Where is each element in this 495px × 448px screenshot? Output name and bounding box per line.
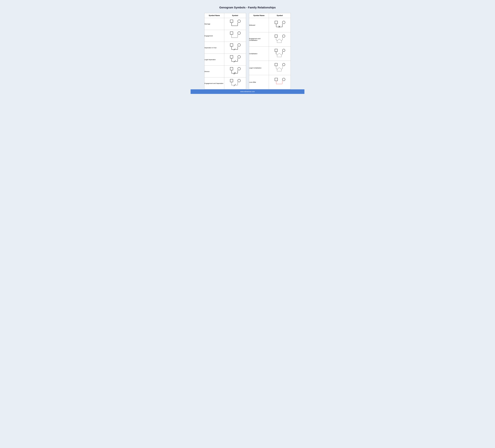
row-name-engagement-separation: Engagement and Seperation [205, 77, 224, 89]
footer-bar: www.edrawmax.com [191, 89, 304, 94]
svg-rect-29 [230, 79, 233, 82]
tables-row: Symbol Name Symbol Marriage [191, 13, 304, 89]
table-row: Cohabitation [249, 47, 291, 61]
row-name-love-affair: Love Affair [249, 75, 269, 89]
right-col1-header: Symbol Name [249, 13, 269, 18]
svg-line-52 [276, 54, 277, 55]
svg-rect-35 [275, 21, 278, 24]
table-row: Love Affair [249, 75, 291, 89]
svg-line-53 [281, 54, 282, 55]
svg-rect-54 [275, 63, 277, 66]
svg-point-61 [282, 78, 285, 81]
svg-line-59 [281, 68, 282, 69]
symbol-legal-cohabitation [269, 61, 291, 75]
symbol-marriage [224, 18, 246, 30]
symbol-separation-fact [224, 42, 246, 54]
row-name-divorce: Divorce [205, 66, 224, 77]
svg-line-58 [276, 68, 277, 69]
svg-rect-48 [275, 49, 277, 52]
left-col1-header: Symbol Name [205, 13, 224, 18]
table-row: Legal Seperation [205, 54, 246, 66]
row-name-engagement: Engagement [205, 30, 224, 42]
right-table: Symbol Name Symbol Widowed [249, 13, 291, 89]
symbol-widowed [269, 18, 291, 32]
svg-point-36 [282, 21, 285, 24]
row-name-engagement-cohabitation: Engagement and Cohabitation [249, 32, 269, 47]
row-name-legal-cohabitation: Legal Cohabitation [249, 61, 269, 75]
svg-rect-0 [230, 20, 233, 23]
svg-rect-22 [230, 67, 233, 70]
row-name-cohabitation: Cohabitation [249, 47, 269, 61]
svg-point-49 [282, 49, 285, 52]
left-col2-header: Symbol [224, 13, 246, 18]
row-name-marriage: Marriage [205, 18, 224, 30]
svg-point-11 [238, 43, 240, 46]
svg-line-47 [281, 40, 282, 41]
svg-point-30 [238, 79, 240, 82]
table-row: Widowed [249, 18, 291, 32]
row-name-widowed: Widowed [249, 18, 269, 32]
svg-rect-60 [275, 78, 278, 81]
svg-line-46 [276, 40, 277, 41]
svg-point-43 [282, 35, 285, 37]
svg-rect-42 [275, 35, 277, 37]
svg-point-1 [238, 20, 240, 23]
left-table: Symbol Name Symbol Marriage [204, 13, 246, 89]
svg-point-23 [238, 67, 240, 70]
svg-rect-5 [230, 32, 233, 34]
symbol-love-affair [269, 75, 291, 89]
table-row: Seperation in Fact [205, 42, 246, 54]
table-row: Engagement and Seperation [205, 77, 246, 89]
svg-line-15 [234, 49, 235, 50]
row-name-separation-fact: Seperation in Fact [205, 42, 224, 54]
symbol-cohabitation [269, 47, 291, 61]
svg-rect-16 [230, 56, 233, 58]
table-row: Engagement [205, 30, 246, 42]
table-row: Legal Cohabitation [249, 61, 291, 75]
svg-rect-10 [230, 43, 233, 46]
right-col2-header: Symbol [269, 13, 291, 18]
page-title: Genogram Symbols - Family Relationships [219, 6, 276, 9]
svg-point-17 [238, 56, 240, 58]
svg-point-55 [282, 63, 285, 66]
svg-point-6 [238, 32, 240, 34]
footer-text: www.edrawmax.com [240, 91, 255, 92]
row-name-legal-separation: Legal Seperation [205, 54, 224, 66]
tables-wrapper: Symbol Name Symbol Marriage [191, 13, 304, 94]
table-row: Divorce [205, 66, 246, 77]
symbol-engagement [224, 30, 246, 42]
symbol-legal-separation [224, 54, 246, 66]
symbol-engagement-cohabitation [269, 32, 291, 47]
symbol-divorce [224, 66, 246, 77]
table-row: Marriage [205, 18, 246, 30]
symbol-engagement-separation [224, 77, 246, 89]
table-row: Engagement and Cohabitation [249, 32, 291, 47]
